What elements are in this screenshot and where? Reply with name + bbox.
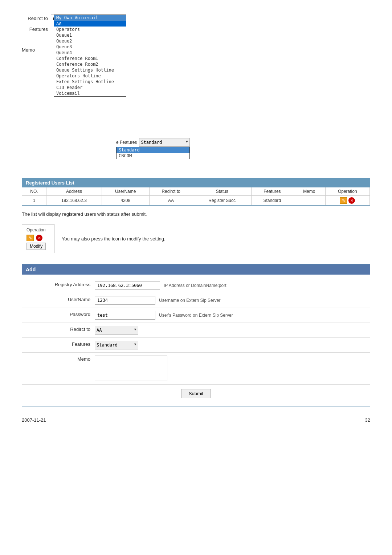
features-label-top: Features [22,25,51,32]
memo-add-value [95,356,370,381]
memo-add-row: Memo [22,353,370,384]
top-dropdown-area: Redirct to AA Features Memo My Own Voice… [22,15,370,171]
features-row: e Features Standard [116,138,190,147]
features-add-select-wrapper[interactable]: Standard [95,341,138,349]
features-select-wrapper[interactable]: Standard [139,138,190,147]
col-no: NO. [22,187,46,196]
features-dropdown-list[interactable]: Standard CBCOM [116,147,190,159]
registry-address-hint: IP Address or DomainName:port [164,283,226,288]
memo-label-area: Memo [22,47,38,53]
redirct-to-label: Redirct to [22,15,51,21]
users-table: NO. Address UserName Redirct to Status F… [22,187,370,205]
edit-icon[interactable]: ✎ [340,197,347,204]
memo-textarea[interactable] [95,356,167,381]
username-row: UserName Username on Extern Sip Server [22,293,370,308]
op-box: Operation ✎ ✕ Modify [22,224,54,253]
redirct-to-add-select[interactable]: AA [95,326,138,335]
features-label-right: e Features [116,140,137,145]
redirct-dropdown-overlay[interactable]: My Own Voicemail AA Operators Queue1 Que… [54,15,126,97]
redirct-to-add-select-wrapper[interactable]: AA [95,326,138,335]
cell-redirct: AA [149,196,193,206]
features-add-select[interactable]: Standard [95,341,138,349]
dropdown-item-5[interactable]: Queue3 [54,44,126,50]
add-header: Add [22,264,370,275]
operation-icons: ✎ ✕ [328,197,367,204]
features-option-cbcom[interactable]: CBCOM [117,153,189,159]
features-add-row: Features Standard [22,338,370,353]
dropdown-item-2[interactable]: Operators [54,27,126,32]
add-panel: Add Registry Address IP Address or Domai… [22,264,370,406]
registered-users-panel: Registered Users List NO. Address UserNa… [22,178,370,206]
username-value: Username on Extern Sip Server [95,296,370,305]
dropdown-item-12[interactable]: CID Reader [54,85,126,90]
password-input[interactable] [95,311,155,320]
password-label: Password [22,311,95,317]
dropdown-item-13[interactable]: Voicemail [54,90,126,96]
op-modify-btn-wrapper: Modify [26,243,50,250]
memo-add-label: Memo [22,356,95,362]
page-footer: 2007-11-21 32 [22,417,370,423]
dropdown-item-1[interactable]: AA [54,21,126,27]
dropdown-item-4[interactable]: Queue2 [54,38,126,44]
cell-no: 1 [22,196,46,206]
password-value: User's Password on Extern Sip Server [95,311,370,320]
dropdown-item-9[interactable]: Queue Settings Hotline [54,67,126,73]
features-row-top: Features [22,25,51,32]
table-row: 1 192.168.62.3 4208 AA Register Succ Sta… [22,196,370,206]
registry-address-input[interactable] [95,281,160,290]
col-address: Address [46,187,102,196]
cell-username: 4208 [102,196,149,206]
col-features: Features [251,187,293,196]
registry-address-label: Registry Address [22,281,95,287]
dropdown-item-0[interactable]: My Own Voicemail [54,15,126,21]
features-add-label: Features [22,341,95,347]
dropdown-item-11[interactable]: Exten Settings Hotline [54,79,126,85]
username-input[interactable] [95,296,155,305]
delete-icon[interactable]: ✕ [348,197,355,204]
registry-address-row: Registry Address IP Address or DomainNam… [22,278,370,293]
op-delete-icon[interactable]: ✕ [36,235,42,241]
cell-memo [293,196,325,206]
redirct-to-add-value: AA [95,326,370,335]
dropdown-item-8[interactable]: Conference Room2 [54,61,126,67]
cell-address: 192.168.62.3 [46,196,102,206]
dropdown-item-6[interactable]: Queue4 [54,50,126,56]
cell-operation: ✎ ✕ [325,196,369,206]
footer-page: 32 [365,417,370,423]
features-dropdown-area: e Features Standard Standard CBCOM [116,138,190,159]
footer-date: 2007-11-21 [22,417,46,423]
cell-status: Register Succ [193,196,251,206]
registered-users-header: Registered Users List [22,178,370,187]
operation-diagram: Operation ✎ ✕ Modify You may also press … [22,224,370,253]
op-box-title: Operation [26,227,50,232]
password-row: Password User's Password on Extern Sip S… [22,308,370,323]
col-username: UserName [102,187,149,196]
redirct-to-add-row: Redirct to AA [22,323,370,338]
registry-address-value: IP Address or DomainName:port [95,281,370,290]
memo-label: Memo [22,46,38,53]
modify-button[interactable]: Modify [26,243,46,250]
dropdown-item-3[interactable]: Queue1 [54,32,126,38]
op-box-icons: ✎ ✕ [26,235,50,241]
add-form: Registry Address IP Address or DomainNam… [22,275,370,406]
col-operation: Operation [325,187,369,196]
op-description: You may also press the icon to modify th… [62,236,166,242]
cell-features: Standard [251,196,293,206]
features-option-standard[interactable]: Standard [117,147,189,153]
submit-button[interactable]: Submit [181,389,211,398]
info-text: The list will display registered users w… [22,211,370,217]
username-hint: Username on Extern Sip Server [159,298,220,303]
features-add-value: Standard [95,341,370,349]
submit-row: Submit [22,384,370,402]
col-memo: Memo [293,187,325,196]
redirct-to-add-label: Redirct to [22,326,95,332]
dropdown-item-7[interactable]: Conference Room1 [54,56,126,61]
features-select[interactable]: Standard [139,138,190,147]
username-label: UserName [22,296,95,302]
col-redirct: Redirct to [149,187,193,196]
op-edit-icon[interactable]: ✎ [26,235,34,241]
password-hint: User's Password on Extern Sip Server [159,313,233,318]
dropdown-item-10[interactable]: Operators Hotline [54,73,126,79]
col-status: Status [193,187,251,196]
